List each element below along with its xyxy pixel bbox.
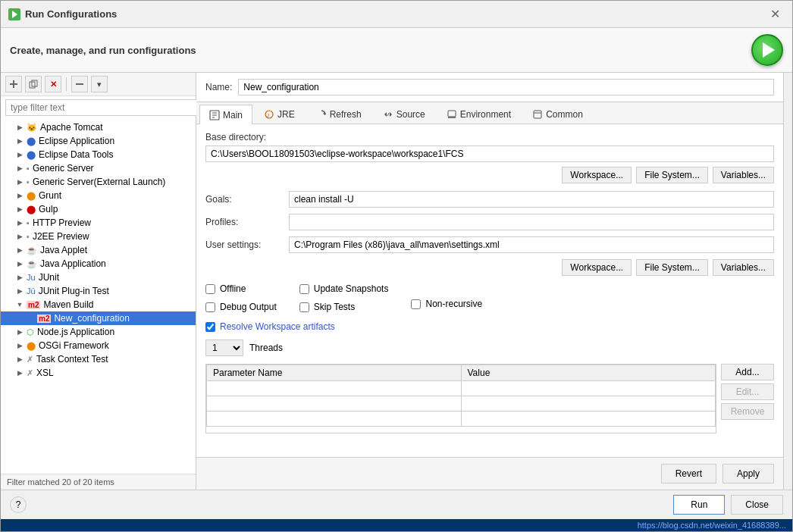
variables-btn-1[interactable]: Variables... [713,167,774,183]
resolve-workspace-label: Resolve Workspace artifacts [220,321,335,332]
apply-button[interactable]: Apply [722,464,774,483]
tree-item-eclipse-app[interactable]: ▶ ⬤ Eclipse Application [1,134,196,148]
right-scrollbar[interactable] [783,73,792,490]
tree-item-gulp[interactable]: ▶ ⬤ Gulp [1,202,196,216]
tab-environment[interactable]: Environment [437,105,521,124]
tree-label: JUnit Plug-in Test [39,286,109,296]
tree-item-nodejs[interactable]: ▶ ⬡ Node.js Application [1,325,196,339]
dropdown-button[interactable]: ▾ [91,76,108,92]
file-system-btn-1[interactable]: File System... [636,167,708,183]
resolve-workspace-checkbox[interactable] [205,322,215,332]
close-window-button[interactable]: ✕ [766,5,785,23]
tree-label: Apache Tomcat [40,122,103,133]
tree-item-junit[interactable]: ▶ Ju JUnit [1,271,196,284]
tree-item-generic-server-ext[interactable]: ▶ ▪ Generic Server(External Launch) [1,175,196,189]
tree-item-eclipse-data[interactable]: ▶ ⬤ Eclipse Data Tools [1,148,196,161]
tree-label: Eclipse Data Tools [39,149,114,160]
param-table-row-2[interactable] [207,396,716,412]
tree-label: Grunt [39,190,61,201]
user-settings-row: User settings: [205,236,774,253]
svg-line-15 [387,113,389,116]
tomcat-icon: 🐱 [27,123,37,133]
run-dialog-button[interactable]: Run [673,495,725,515]
edit-param-button[interactable]: Edit... [721,383,774,400]
file-system-btn-2[interactable]: File System... [636,259,708,276]
debug-output-checkbox[interactable] [205,302,215,312]
tree-arrow: ▶ [16,260,24,268]
tree-item-j2ee[interactable]: ▶ ▪ J2EE Preview [1,230,196,243]
tree-item-osgi[interactable]: ▶ ⬤ OSGi Framework [1,339,196,352]
remove-param-button[interactable]: Remove [721,403,774,420]
common-tab-icon [532,109,543,120]
threads-select[interactable]: 1 2 4 [205,340,243,356]
param-table-row-1[interactable] [207,381,716,396]
tree-item-http-preview[interactable]: ▶ ▪ HTTP Preview [1,216,196,230]
debug-output-row: Debug Output [205,302,277,312]
tree-arrow: ▶ [16,219,24,227]
add-param-button[interactable]: Add... [721,364,774,380]
tree-list: ▶ 🐱 Apache Tomcat ▶ ⬤ Eclipse Applicatio… [1,119,196,474]
non-recursive-checkbox[interactable] [411,299,421,309]
tree-item-task-context[interactable]: ▶ ✗ Task Context Test [1,352,196,366]
tab-jre[interactable]: J JRE [254,105,305,124]
tree-label: Task Context Test [36,354,108,365]
workspace-btn-2[interactable]: Workspace... [562,259,632,276]
tree-arrow: ▼ [16,301,24,308]
tree-item-java-applet[interactable]: ▶ ☕ Java Applet [1,243,196,257]
toolbar-sep-1 [66,77,67,91]
param-name-cell-3 [207,412,462,427]
base-dir-label: Base directory: [205,132,774,142]
profiles-input[interactable] [289,214,774,230]
tree-item-grunt[interactable]: ▶ ⬤ Grunt [1,189,196,202]
tree-label: Generic Server(External Launch) [33,177,165,187]
user-settings-btn-row: Workspace... File System... Variables... [205,259,774,276]
tree-item-generic-server[interactable]: ▶ ▪ Generic Server [1,161,196,175]
tab-source[interactable]: Source [373,105,435,124]
tree-item-junit-plugin[interactable]: ▶ Jü JUnit Plug-in Test [1,284,196,298]
param-buttons: Add... Edit... Remove [721,364,774,433]
user-settings-input[interactable] [289,236,774,253]
right-panel: Name: Main J JRE Refresh [196,73,783,490]
tab-source-label: Source [396,109,425,120]
tree-arrow: ▶ [16,137,24,145]
eclipse-data-icon: ⬤ [27,150,36,160]
tab-common[interactable]: Common [522,105,593,124]
tab-refresh[interactable]: Refresh [306,105,371,124]
offline-checkbox[interactable] [205,284,215,294]
collapse-button[interactable] [71,76,88,92]
tree-arrow: ▶ [16,178,24,186]
dialog-footer: ? Run Close [1,490,792,519]
new-config-button[interactable] [5,76,22,92]
generic-ext-icon: ▪ [27,177,30,186]
param-table-row-3[interactable] [207,412,716,427]
name-input[interactable] [238,79,774,95]
name-row: Name: [196,73,783,102]
update-snapshots-row: Update Snapshots [299,283,389,294]
window-title: Run Configurations [25,8,117,20]
workspace-btn-1[interactable]: Workspace... [562,167,632,183]
close-dialog-button[interactable]: Close [731,495,783,515]
delete-config-button[interactable]: ✕ [45,76,61,92]
goals-input[interactable] [289,191,774,208]
variables-btn-2[interactable]: Variables... [713,259,774,276]
duplicate-config-button[interactable] [25,76,42,92]
tab-content-main: Base directory: Workspace... File System… [196,124,783,457]
help-button[interactable]: ? [10,496,27,513]
revert-button[interactable]: Revert [661,464,716,483]
tree-item-apache-tomcat[interactable]: ▶ 🐱 Apache Tomcat [1,120,196,134]
param-value-cell-2 [461,396,716,412]
filter-input[interactable] [5,99,200,116]
update-snapshots-checkbox[interactable] [299,284,309,294]
junit-plugin-icon: Jü [27,286,36,296]
tree-item-java-app[interactable]: ▶ ☕ Java Application [1,257,196,271]
tree-item-new-config[interactable]: m2 New_configuration [1,311,196,325]
skip-tests-checkbox[interactable] [299,302,309,312]
tree-item-maven-build[interactable]: ▼ m2 Maven Build [1,298,196,311]
left-footer: Filter matched 20 of 20 items [1,474,196,490]
run-button[interactable] [751,34,783,66]
title-bar: Run Configurations ✕ [1,1,792,28]
tree-item-xsl[interactable]: ▶ ✗ XSL [1,366,196,380]
tab-main[interactable]: Main [199,105,252,124]
base-dir-input[interactable] [205,146,774,162]
generic-icon: ▪ [27,164,30,173]
